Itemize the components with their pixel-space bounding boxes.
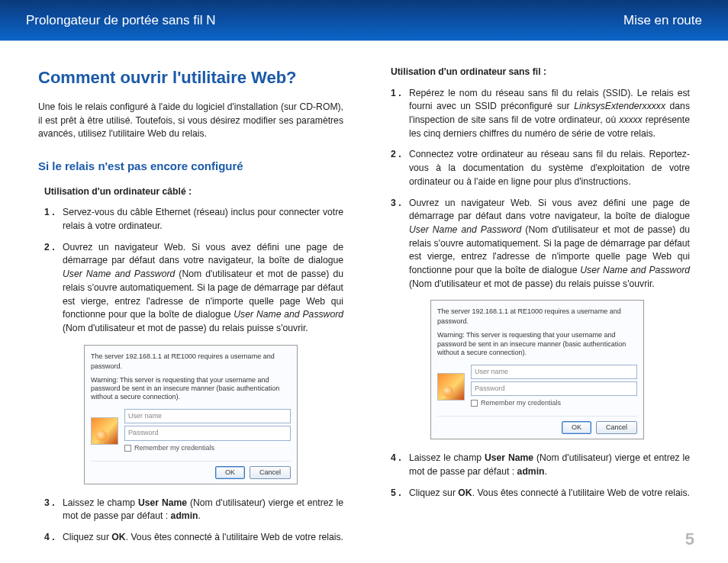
ok-button[interactable]: OK <box>562 421 591 434</box>
list-item: 2 . Ouvrez un navigateur Web. Si vous av… <box>44 241 343 336</box>
step-text: Cliquez sur OK. Vous êtes connecté à l'u… <box>63 531 343 545</box>
text-run-italic: LinksysExtenderxxxxx <box>574 101 665 111</box>
text-run: Ouvrez un navigateur Web. Si vous avez d… <box>63 242 343 266</box>
wireless-subheading: Utilisation d'un ordinateur sans fil : <box>391 66 690 79</box>
user-avatar-icon <box>91 417 118 445</box>
text-run-bold: OK <box>111 532 125 542</box>
text-run: . <box>545 466 547 477</box>
dialog-credential-row: User name Password Remember my credentia… <box>437 365 637 408</box>
step-text: Connectez votre ordinateur au réseau san… <box>409 148 690 188</box>
checkbox-icon[interactable] <box>124 445 131 452</box>
username-input[interactable]: User name <box>471 365 637 379</box>
step-number: 1 . <box>391 87 403 141</box>
step-text: Servez-vous du câble Ethernet (réseau) i… <box>63 206 343 233</box>
text-run-italic: User Name and Password <box>234 309 343 320</box>
header-left: Prolongateur de portée sans fil N <box>26 13 216 28</box>
text-run: (Nom d'utilisateur et mot de passe) du r… <box>409 278 655 289</box>
dialog-warning-text: Warning: This server is requesting that … <box>437 331 637 357</box>
text-run-italic: User Name and Password <box>409 224 521 235</box>
list-item: 4 . Laissez le champ User Name (Nom d'ut… <box>391 452 690 478</box>
section-heading: Si le relais n'est pas encore configuré <box>38 158 343 175</box>
step-number: 4 . <box>44 531 56 545</box>
text-run: . Vous êtes connecté à l'utilitaire Web … <box>126 532 343 542</box>
user-avatar-icon <box>437 373 465 401</box>
left-column: Comment ouvrir l'utilitaire Web? Une foi… <box>38 66 343 552</box>
list-item: 3 . Ouvrez un navigateur Web. Si vous av… <box>391 197 690 291</box>
dialog-warning-text: Warning: This server is requesting that … <box>91 376 291 402</box>
text-run: . <box>198 510 201 521</box>
step-text: Ouvrez un navigateur Web. Si vous avez d… <box>409 197 690 291</box>
dialog-server-text: The server 192.168.1.1 at RE1000 require… <box>437 307 637 327</box>
wired-steps: 1 . Servez-vous du câble Ethernet (résea… <box>38 206 343 335</box>
username-input[interactable]: User name <box>124 409 291 423</box>
step-number: 3 . <box>391 197 403 291</box>
dialog-button-row: OK Cancel <box>437 416 637 434</box>
dialog-server-text: The server 192.168.1.1 at RE1000 require… <box>91 352 291 372</box>
text-run-italic: xxxxx <box>619 114 642 125</box>
wireless-steps-cont: 4 . Laissez le champ User Name (Nom d'ut… <box>385 452 690 500</box>
cancel-button[interactable]: Cancel <box>250 466 291 479</box>
remember-label: Remember my credentials <box>481 398 561 408</box>
step-number: 1 . <box>44 206 56 233</box>
page-number: 5 <box>685 529 694 549</box>
text-run-italic: User Name and Password <box>580 265 690 275</box>
checkbox-icon[interactable] <box>471 400 478 407</box>
remember-checkbox-row[interactable]: Remember my credentials <box>124 443 291 453</box>
list-item: 3 . Laissez le champ User Name (Nom d'ut… <box>44 497 343 523</box>
step-text: Laissez le champ User Name (Nom d'utilis… <box>409 452 690 478</box>
step-text: Laissez le champ User Name (Nom d'utilis… <box>63 497 343 523</box>
lead-paragraph: Une fois le relais configuré à l'aide du… <box>38 101 343 141</box>
text-run: . Vous êtes connecté à l'utilitaire Web … <box>472 487 690 498</box>
password-input[interactable]: Password <box>471 381 637 396</box>
auth-dialog-figure: The server 192.168.1.1 at RE1000 require… <box>385 300 690 439</box>
ok-button[interactable]: OK <box>215 466 245 479</box>
right-column: Utilisation d'un ordinateur sans fil : 1… <box>385 66 690 552</box>
dialog-fields: User name Password Remember my credentia… <box>471 365 637 408</box>
text-run-bold: User Name <box>485 452 533 463</box>
dialog-credential-row: User name Password Remember my credentia… <box>91 409 291 452</box>
auth-dialog: The server 192.168.1.1 at RE1000 require… <box>84 345 298 484</box>
list-item: 1 . Repérez le nom du réseau sans fil du… <box>391 87 690 141</box>
page-title: Comment ouvrir l'utilitaire Web? <box>38 66 343 90</box>
page-content: Comment ouvrir l'utilitaire Web? Une foi… <box>0 41 728 552</box>
text-run-bold: OK <box>458 487 472 498</box>
text-run-bold: admin <box>171 510 198 521</box>
step-number: 2 . <box>391 148 403 188</box>
text-run-bold: User Name <box>138 497 187 508</box>
wired-steps-cont: 3 . Laissez le champ User Name (Nom d'ut… <box>38 497 343 545</box>
step-number: 3 . <box>44 497 56 523</box>
step-text: Ouvrez un navigateur Web. Si vous avez d… <box>63 241 343 336</box>
dialog-fields: User name Password Remember my credentia… <box>124 409 291 452</box>
dialog-button-row: OK Cancel <box>91 461 291 479</box>
remember-label: Remember my credentials <box>134 443 214 453</box>
cancel-button[interactable]: Cancel <box>596 421 637 434</box>
auth-dialog: The server 192.168.1.1 at RE1000 require… <box>430 300 644 439</box>
list-item: 2 . Connectez votre ordinateur au réseau… <box>391 148 690 188</box>
step-number: 5 . <box>391 487 403 500</box>
text-run: Ouvrez un navigateur Web. Si vous avez d… <box>409 198 690 222</box>
text-run: Laissez le champ <box>63 497 138 508</box>
page-header: Prolongateur de portée sans fil N Mise e… <box>0 0 728 41</box>
header-right: Mise en route <box>623 13 702 28</box>
text-run: (Nom d'utilisateur et mot de passe) du r… <box>63 323 308 333</box>
document-page: Prolongateur de portée sans fil N Mise e… <box>0 0 728 563</box>
text-run: Cliquez sur <box>409 487 458 498</box>
step-number: 4 . <box>391 452 403 478</box>
password-input[interactable]: Password <box>124 426 291 440</box>
step-text: Repérez le nom du réseau sans fil du rel… <box>409 87 690 141</box>
step-text: Cliquez sur OK. Vous êtes connecté à l'u… <box>409 487 690 500</box>
list-item: 1 . Servez-vous du câble Ethernet (résea… <box>44 206 343 233</box>
text-run: Laissez le champ <box>409 452 485 463</box>
text-run: Cliquez sur <box>63 532 111 542</box>
list-item: 5 . Cliquez sur OK. Vous êtes connecté à… <box>391 487 690 500</box>
wireless-steps: 1 . Repérez le nom du réseau sans fil du… <box>385 87 690 291</box>
remember-checkbox-row[interactable]: Remember my credentials <box>471 398 637 408</box>
wired-subheading: Utilisation d'un ordinateur câblé : <box>44 185 343 199</box>
text-run-bold: admin <box>517 466 545 477</box>
text-run-italic: User Name and Password <box>63 269 175 279</box>
list-item: 4 . Cliquez sur OK. Vous êtes connecté à… <box>44 531 343 545</box>
auth-dialog-figure: The server 192.168.1.1 at RE1000 require… <box>38 345 343 484</box>
step-number: 2 . <box>44 241 56 336</box>
